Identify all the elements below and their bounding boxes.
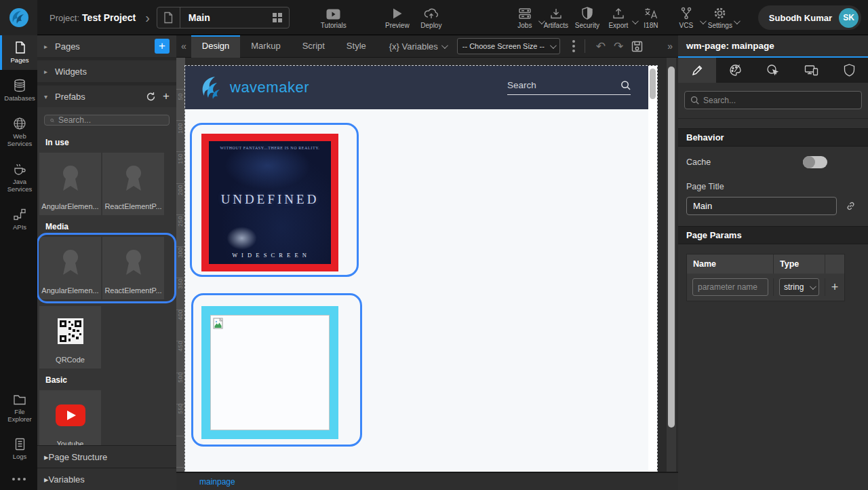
collapse-left-panel-icon[interactable]: « <box>176 41 191 52</box>
jobs-button[interactable]: Jobs <box>509 0 540 35</box>
caret-right-icon: ▸ <box>44 43 55 50</box>
selected-widget-poster[interactable]: WITHOUT FANTASY...THERE IS NO REALITY. U… <box>190 123 359 277</box>
page-inner-scrollbar[interactable] <box>648 66 657 472</box>
prefab-reactelement-media[interactable]: ReactElementP... <box>102 237 164 299</box>
tab-style[interactable]: Style <box>336 35 377 58</box>
tab-security[interactable] <box>830 58 868 83</box>
param-name-input[interactable] <box>692 278 768 296</box>
design-canvas: 50 100 150 200 250 300 350 400 450 500 5… <box>176 58 678 472</box>
accordion-pages[interactable]: ▸ Pages + <box>37 35 176 57</box>
page-selector[interactable]: Main <box>157 7 290 29</box>
page-search-label: Search <box>507 80 536 90</box>
search-icon <box>50 116 54 125</box>
user-menu[interactable]: Subodh Kumar SK <box>758 5 861 30</box>
page-params-table: Name Type string + <box>686 254 845 301</box>
properties-tabs <box>678 58 868 83</box>
prefabs-list: In use AngularElemen... ReactElementP...… <box>37 107 176 445</box>
security-button[interactable]: Security <box>572 0 603 35</box>
prefab-badge-icon <box>57 153 84 202</box>
group-label-in-use: In use <box>37 131 176 153</box>
properties-search[interactable] <box>684 91 862 109</box>
collapse-right-panel-icon[interactable]: » <box>662 41 678 52</box>
page-search-widget[interactable]: Search <box>507 80 631 95</box>
page-title-input[interactable] <box>686 197 837 215</box>
accordion-page-structure[interactable]: ▸ Page Structure <box>37 445 176 468</box>
prefab-angularelement[interactable]: AngularElemen... <box>39 153 101 215</box>
bind-link-icon[interactable] <box>845 200 856 212</box>
page-header-widget[interactable]: wavemaker Search <box>185 66 648 109</box>
prefab-youtube[interactable]: Youtube <box>39 390 101 445</box>
toolbar-divider <box>585 39 585 53</box>
page-tabs-bar: mainpage <box>176 472 678 490</box>
tutorials-button[interactable]: Tutorials <box>318 0 349 35</box>
deploy-button[interactable]: Deploy <box>416 0 447 35</box>
search-underline <box>507 94 631 95</box>
more-options-icon[interactable] <box>0 470 37 490</box>
sidebar-item-apis[interactable]: APIs <box>0 202 37 237</box>
artifacts-button[interactable]: Artifacts <box>540 0 572 35</box>
empty-image-widget[interactable] <box>201 306 338 439</box>
page-brand-name: wavemaker <box>230 79 309 96</box>
sidebar-item-web-services[interactable]: Web Services <box>0 111 37 153</box>
sidebar-item-databases[interactable]: Databases <box>0 73 37 108</box>
variables-dropdown[interactable]: {x} Variables <box>389 41 446 52</box>
sidebar-item-java-services[interactable]: Java Services <box>0 157 37 199</box>
tab-styles[interactable] <box>716 58 754 83</box>
export-button[interactable]: Export <box>603 0 634 35</box>
wavemaker-logo[interactable] <box>0 0 37 35</box>
chevron-down-icon <box>550 42 557 49</box>
screen-size-select[interactable]: -- Choose Screen Size -- <box>457 38 560 54</box>
database-icon <box>13 79 26 92</box>
current-page-name: Main <box>180 12 266 23</box>
sidebar-item-pages[interactable]: Pages <box>0 35 37 70</box>
grid-view-icon[interactable] <box>266 12 289 23</box>
wavemaker-logo-icon <box>7 6 31 29</box>
design-area: « Design Markup Script Style {x} Variabl… <box>176 35 678 490</box>
sidebar-item-file-explorer[interactable]: File Explorer <box>0 388 37 429</box>
save-button[interactable] <box>627 41 647 52</box>
tab-markup[interactable]: Markup <box>240 35 291 58</box>
page-tab-mainpage[interactable]: mainpage <box>199 477 235 487</box>
broken-image-icon <box>213 318 224 330</box>
prefab-badge-icon <box>120 237 147 286</box>
selected-widget-empty-image[interactable] <box>191 293 362 447</box>
add-page-button[interactable]: + <box>155 39 170 54</box>
add-param-button[interactable]: + <box>831 281 839 293</box>
palette-icon <box>729 64 742 77</box>
page-title-label: Page Title <box>686 182 860 191</box>
prefab-search[interactable] <box>44 115 170 126</box>
prefab-qrcode[interactable]: QRCode <box>39 306 101 369</box>
cache-toggle[interactable] <box>803 156 827 168</box>
accordion-variables[interactable]: ▸ Variables <box>37 468 176 490</box>
undo-button[interactable]: ↶ <box>592 41 610 52</box>
tab-properties[interactable] <box>678 58 716 83</box>
import-prefab-icon[interactable]: + <box>163 90 170 103</box>
sidebar-item-logs[interactable]: Logs <box>0 432 37 466</box>
prefab-search-input[interactable] <box>58 115 163 125</box>
tab-design[interactable]: Design <box>191 35 240 58</box>
preview-button[interactable]: Preview <box>382 0 413 35</box>
deploy-icon <box>424 6 439 20</box>
canvas-scrollbar[interactable] <box>667 58 676 472</box>
refresh-icon[interactable] <box>146 92 156 102</box>
tab-script[interactable]: Script <box>292 35 336 58</box>
shield-icon <box>844 64 855 77</box>
accordion-widgets[interactable]: ▸ Widgets <box>37 60 176 82</box>
i18n-button[interactable]: I18N <box>635 0 667 35</box>
behavior-section: Cache Page Title <box>678 147 868 226</box>
prefab-angularelement-media[interactable]: AngularElemen... <box>39 237 101 299</box>
scrollbar-thumb[interactable] <box>650 69 656 99</box>
more-menu-icon[interactable] <box>570 37 578 55</box>
redo-button[interactable]: ↷ <box>610 41 627 52</box>
tab-devices[interactable] <box>792 58 830 83</box>
accordion-prefabs[interactable]: ▾ Prefabs + <box>37 86 176 107</box>
vertical-ruler: 50 100 150 200 250 300 350 400 450 500 5… <box>176 58 185 472</box>
prefab-reactelement[interactable]: ReactElementP... <box>102 153 164 215</box>
tab-events[interactable] <box>754 58 792 83</box>
param-type-select[interactable]: string <box>779 278 819 296</box>
vcs-button[interactable]: VCS <box>671 0 702 35</box>
scrollbar-thumb[interactable] <box>668 67 675 428</box>
poster-image-widget[interactable]: WITHOUT FANTASY...THERE IS NO REALITY. U… <box>201 134 338 271</box>
settings-button[interactable]: Settings <box>705 0 736 35</box>
properties-search-input[interactable] <box>703 96 856 105</box>
